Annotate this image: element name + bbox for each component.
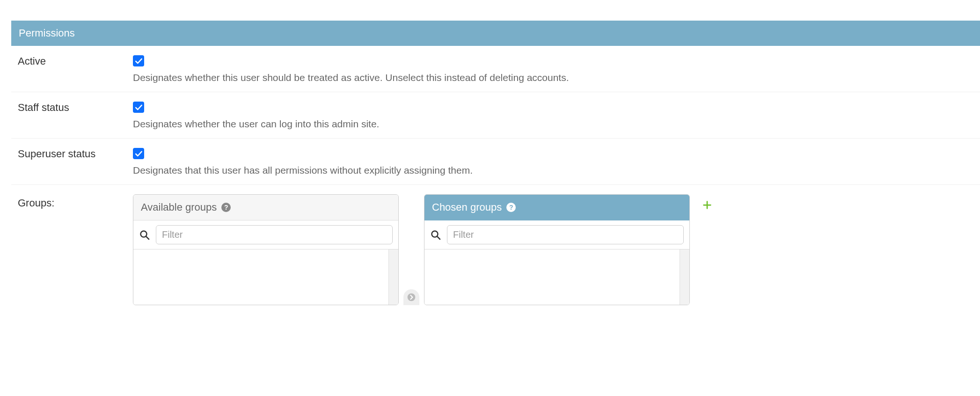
active-checkbox[interactable] xyxy=(133,55,144,66)
superuser-label: Superuser status xyxy=(11,148,133,160)
field-row-groups: Groups: Available groups ? xyxy=(11,185,980,305)
superuser-checkbox[interactable] xyxy=(133,148,144,159)
search-icon xyxy=(139,229,150,241)
active-help-text: Designates whether this user should be t… xyxy=(133,72,980,83)
checkmark-icon xyxy=(134,149,143,158)
groups-label: Groups: xyxy=(11,194,133,209)
move-right-button[interactable] xyxy=(403,289,419,305)
available-groups-selector: Available groups ? xyxy=(133,194,399,305)
field-row-active: Active Designates whether this user shou… xyxy=(11,46,980,92)
svg-line-1 xyxy=(146,236,149,239)
available-groups-title: Available groups xyxy=(141,201,217,213)
chosen-groups-header: Chosen groups ? xyxy=(424,195,689,220)
checkmark-icon xyxy=(134,56,143,66)
chosen-groups-selector: Chosen groups ? xyxy=(424,194,690,305)
help-icon[interactable]: ? xyxy=(221,203,231,212)
field-row-staff: Staff status Designates whether the user… xyxy=(11,92,980,139)
chosen-groups-list[interactable] xyxy=(424,249,689,305)
available-groups-filter xyxy=(133,220,398,249)
help-icon[interactable]: ? xyxy=(506,203,516,212)
arrow-right-icon xyxy=(407,293,416,302)
chosen-groups-filter-input[interactable] xyxy=(447,225,684,244)
staff-help-text: Designates whether the user can log into… xyxy=(133,118,980,130)
plus-icon xyxy=(702,200,712,210)
available-groups-header: Available groups ? xyxy=(133,195,398,220)
superuser-help-text: Designates that this user has all permis… xyxy=(133,165,980,176)
staff-label: Staff status xyxy=(11,102,133,114)
available-groups-filter-input[interactable] xyxy=(156,225,393,244)
chosen-groups-filter xyxy=(424,220,689,249)
field-row-superuser: Superuser status Designates that this us… xyxy=(11,139,980,185)
checkmark-icon xyxy=(134,103,143,112)
active-label: Active xyxy=(11,55,133,67)
svg-line-4 xyxy=(437,236,440,239)
selector-controls xyxy=(403,194,419,305)
permissions-section-header: Permissions xyxy=(11,21,980,46)
svg-point-2 xyxy=(408,293,416,301)
add-group-button[interactable] xyxy=(702,194,712,212)
chosen-groups-title: Chosen groups xyxy=(432,201,502,213)
staff-checkbox[interactable] xyxy=(133,102,144,113)
search-icon xyxy=(430,229,441,241)
available-groups-list[interactable] xyxy=(133,249,398,305)
